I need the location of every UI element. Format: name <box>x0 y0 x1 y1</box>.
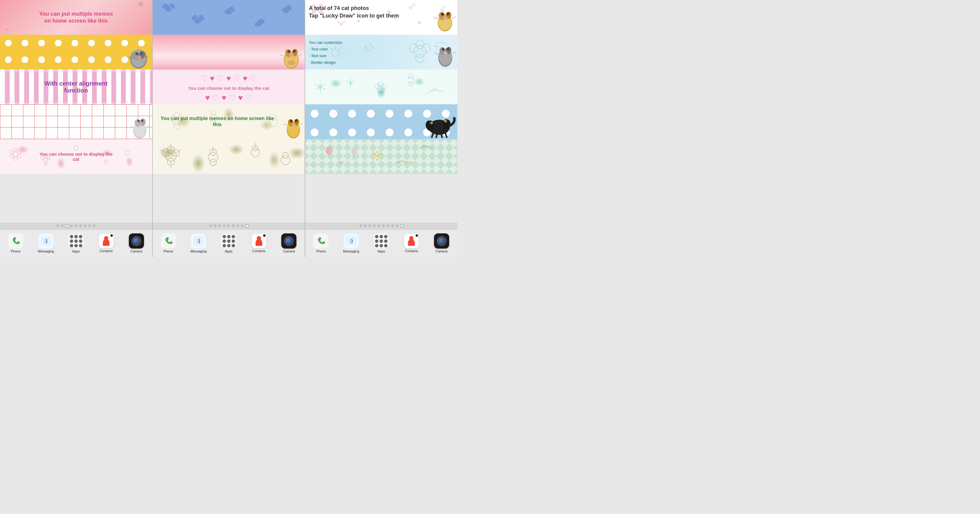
widget-mint-diamond[interactable] <box>305 139 457 174</box>
phone-label-1: Phone <box>11 249 21 253</box>
tb-camera-2[interactable]: Camera <box>274 233 304 253</box>
dot-1-7[interactable] <box>84 225 86 227</box>
svg-point-5 <box>140 52 143 55</box>
dot-2-1[interactable] <box>209 225 212 227</box>
tb-phone-1[interactable]: Phone <box>1 233 31 253</box>
svg-point-39 <box>196 17 199 21</box>
msg-bubble-2: :) <box>193 236 204 246</box>
tb-apps-1[interactable]: Apps <box>61 233 91 253</box>
svg-point-82 <box>251 148 259 157</box>
svg-point-179 <box>380 153 382 155</box>
dot-1-3[interactable] <box>66 225 68 227</box>
svg-point-17 <box>13 152 18 157</box>
widget-customize[interactable]: You can customize: · Text color · Text s… <box>305 35 457 70</box>
dot-2-2[interactable] <box>214 225 216 227</box>
svg-point-29 <box>74 146 78 150</box>
cat-svg-1 <box>127 42 150 70</box>
svg-line-163 <box>441 134 442 138</box>
dot-3-9[interactable] <box>396 225 398 227</box>
phone-label-2: Phone <box>164 249 173 253</box>
svg-point-23 <box>18 154 21 158</box>
svg-point-135 <box>444 52 448 54</box>
dot-1-6[interactable] <box>79 225 82 227</box>
dot-1-8[interactable] <box>88 225 91 227</box>
svg-point-93 <box>343 21 346 24</box>
widget-74cats[interactable]: A total of 74 cat photosTap "Lucky Draw"… <box>305 0 457 35</box>
messaging-label-2: Messaging <box>191 249 207 253</box>
cat-black <box>423 109 456 139</box>
tb-phone-3[interactable]: Phone <box>306 233 336 253</box>
messaging-label-3: Messaging <box>343 249 359 253</box>
heart-3: ♡ <box>217 74 224 83</box>
cat-svg-4 <box>284 113 303 139</box>
widget-memo1[interactable]: 🌿 ✿ ✿ ✦ You can put multiple memos on ho… <box>0 0 152 35</box>
tb-phone-2[interactable]: Phone <box>153 233 184 253</box>
widget-blue-dots-cat[interactable] <box>305 104 457 139</box>
dot-3-7[interactable] <box>387 225 389 227</box>
svg-point-166 <box>431 123 432 124</box>
dot-3-4[interactable] <box>373 225 375 227</box>
tb-contacts-2[interactable]: Contacts <box>244 234 274 253</box>
apps-label-2: Apps <box>225 249 232 253</box>
dot-3-2[interactable] <box>364 225 367 227</box>
dot-2-4[interactable] <box>223 225 225 227</box>
tb-contacts-1[interactable]: Contacts <box>91 234 121 253</box>
floral-memo-label: You can put multiple memos on home scree… <box>156 116 279 128</box>
widget-nocat[interactable]: You can choose not to display the cat <box>0 139 152 174</box>
widget-blue-floral[interactable] <box>153 0 305 35</box>
dot-1-2[interactable] <box>61 225 64 227</box>
cat-svg-6 <box>435 41 456 67</box>
dot-2-7[interactable] <box>237 225 239 227</box>
dot-2-6[interactable] <box>232 225 234 227</box>
camera-label-3: Camera <box>436 249 448 253</box>
dot-1-1[interactable] <box>57 225 59 227</box>
phone-svg-3 <box>317 236 325 246</box>
tb-apps-2[interactable]: Apps <box>213 233 244 253</box>
dot-1-5[interactable] <box>75 225 77 227</box>
heart-6: ♥ <box>243 74 247 83</box>
svg-point-35 <box>167 5 170 8</box>
widget-hearts[interactable]: ♡ ♥ ♡ ♥ ♡ ♥ ♡ You can choose not to disp… <box>153 70 305 104</box>
dot-3-1[interactable] <box>360 225 362 227</box>
nocat-label: You can choose not to display the cat <box>38 151 114 162</box>
dot-3-8[interactable] <box>391 225 394 227</box>
dot-1-9[interactable] <box>93 225 95 227</box>
apps-icon-3 <box>374 233 389 249</box>
hearts-center-text: You can choose not to display the cat <box>188 86 269 91</box>
tb-contacts-3[interactable]: Contacts <box>396 234 427 253</box>
widget-pink-watercolor[interactable] <box>153 35 305 70</box>
tb-messaging-1[interactable]: :) Messaging <box>31 233 61 253</box>
tb-messaging-2[interactable]: :) Messaging <box>183 233 213 253</box>
dot-2-8[interactable] <box>241 225 243 227</box>
svg-point-176 <box>377 151 379 153</box>
dot-3-10[interactable] <box>401 225 403 227</box>
apps-dots-3 <box>375 235 387 247</box>
cat-svg-3 <box>280 42 302 70</box>
dot-3-6[interactable] <box>382 225 385 227</box>
tb-camera-1[interactable]: Camera <box>121 233 151 253</box>
widget-floral-memo[interactable]: You can put multiple memos on home scree… <box>153 104 305 139</box>
cat-decoration-4 <box>283 112 303 139</box>
dot-3-5[interactable] <box>378 225 380 227</box>
widget-cat1[interactable] <box>0 35 152 70</box>
tb-camera-3[interactable]: Camera <box>426 233 457 253</box>
dot-2-9[interactable] <box>246 225 248 227</box>
tb-messaging-3[interactable]: :) Messaging <box>336 233 366 253</box>
dot-1-4[interactable] <box>70 225 73 227</box>
dot-2-3[interactable] <box>218 225 221 227</box>
dot-2-5[interactable] <box>228 225 230 227</box>
heart-b5: ♥ <box>238 93 243 103</box>
gdot-7 <box>70 244 73 247</box>
dot-3-3[interactable] <box>369 225 371 227</box>
memo1-text: You can put multiple memos on home scree… <box>38 10 114 24</box>
svg-point-175 <box>376 154 379 157</box>
mint-flowers-svg <box>305 139 457 174</box>
apps-icon-2 <box>221 233 236 249</box>
tb-apps-3[interactable]: Apps <box>366 233 396 253</box>
widget-grid-cat[interactable] <box>0 104 152 139</box>
svg-point-149 <box>379 82 383 87</box>
widget-center[interactable]: With center alignment function <box>0 70 152 104</box>
widget-beige-floral[interactable] <box>153 139 305 174</box>
widget-teal-doodle[interactable] <box>305 70 457 104</box>
cats74-label: A total of 74 cat photosTap "Lucky Draw"… <box>309 5 432 20</box>
